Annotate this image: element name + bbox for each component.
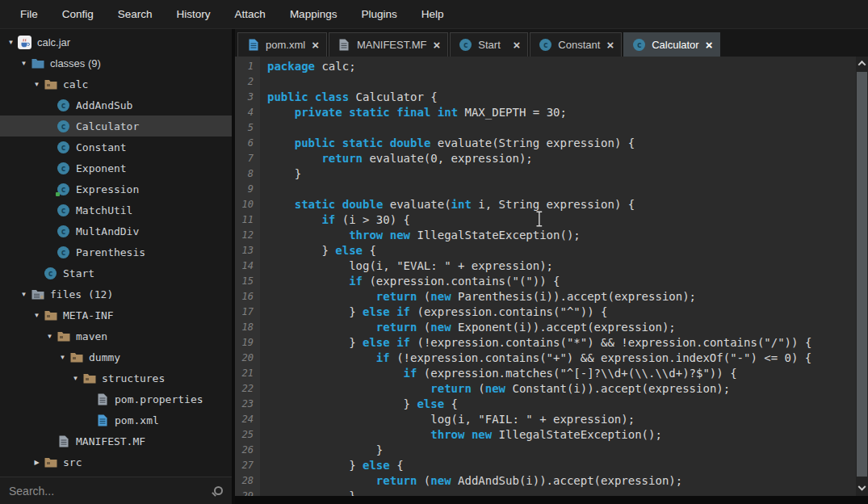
tree-item-exponent[interactable]: cExponent [0,158,232,178]
code-token: } [267,459,363,472]
tree-item-files-12[interactable]: ▼ files (12) [0,284,232,304]
expander-down-icon[interactable]: ▼ [31,312,43,319]
tree-item-classes-9[interactable]: ▼classes (9) [0,52,232,74]
expander-down-icon[interactable]: ▼ [5,39,17,46]
scroll-down-button[interactable] [856,483,868,495]
code-line: 28 return (new AddAndSub(i)).accept(expr… [235,473,856,489]
source-text: } else if (!expression.contains("*") && … [260,335,811,351]
code-token [267,351,376,364]
tree-item-calc-jar[interactable]: ▼ calc.jar [0,32,232,52]
menu-history[interactable]: History [165,0,223,28]
tree-search-input[interactable] [9,485,214,498]
code-token: evaluate(String expression) { [430,136,635,149]
tree-item-expression[interactable]: cExpression [0,178,232,200]
code-area[interactable]: 1package calc;23public class Calculator … [235,57,856,496]
folder-classes-icon [30,56,45,70]
code-token [342,106,349,119]
expander-right-icon[interactable]: ▶ [31,459,43,466]
menu-plugins[interactable]: Plugins [349,0,409,28]
menu-help[interactable]: Help [409,0,456,28]
tree-item-label: MatchUtil [76,204,132,216]
tree-item-calculator[interactable]: cCalculator [0,116,232,136]
source-text [260,182,267,197]
class-icon: c [56,203,71,217]
keyword-token: new [430,321,451,334]
code-line: 10 static double evaluate(int i, String … [235,197,856,212]
code-line: 3public class Calculator { [235,90,856,105]
scroll-up-button[interactable] [856,57,868,69]
tab-close-icon[interactable]: × [312,39,319,51]
tab-manifest-mf[interactable]: MANIFEST.MF× [329,32,448,57]
menu-mappings[interactable]: Mappings [278,0,350,28]
line-number: 18 [235,320,260,335]
tab-label: pom.xml [266,39,305,51]
tree-item-pom-xml[interactable]: pom.xml [0,410,232,430]
source-text [260,74,267,90]
tab-calculator[interactable]: cCalculator× [623,32,720,57]
tree-item-manifest-mf[interactable]: MANIFEST.MF [0,430,232,452]
tree-item-label: calc.jar [37,36,70,48]
keyword-token: new [472,428,492,441]
tree-item-multanddiv[interactable]: cMultAndDiv [0,220,232,242]
code-token: evaluate( [383,198,451,211]
expander-down-icon[interactable]: ▼ [44,333,56,340]
menu-config[interactable]: Config [50,0,106,28]
tree-item-maven[interactable]: ▼maven [0,326,232,346]
source-text: return (new Parenthesis(i)).accept(expre… [260,289,696,304]
expander-down-icon[interactable]: ▼ [18,291,30,298]
tree-item-parenthesis[interactable]: cParenthesis [0,242,232,262]
tree-item-src[interactable]: ▶src [0,452,232,472]
expander-down-icon[interactable]: ▼ [31,81,43,88]
code-token: ( [417,290,430,303]
keyword-token: new [430,290,451,303]
tab-start[interactable]: cStart× [450,32,528,57]
code-editor[interactable]: 1package calc;23public class Calculator … [235,57,868,496]
keyword-token: if [376,351,390,364]
keyword-token: if [404,367,417,380]
code-token: MAX_DEPTH = 30; [458,106,567,119]
expander-down-icon[interactable]: ▼ [18,60,30,67]
tab-close-icon[interactable]: × [434,39,441,51]
keyword-token: return [430,382,472,395]
tree-item-dummy[interactable]: ▼dummy [0,346,232,368]
tree-item-pom-properties[interactable]: pom.properties [0,388,232,410]
tab-constant[interactable]: cConstant× [530,32,622,57]
tab-close-icon[interactable]: × [706,39,713,51]
code-token: } [267,443,383,456]
recaf-window: FileConfigSearchHistoryAttachMappingsPlu… [0,0,868,504]
tree-item-constant[interactable]: cConstant [0,136,232,158]
file-gray-icon [56,434,71,448]
tree-item-calc[interactable]: ▼calc [0,74,232,94]
menu-attach[interactable]: Attach [223,0,278,28]
code-token [390,336,396,349]
vertical-scrollbar-thumb[interactable] [857,72,867,477]
menu-search[interactable]: Search [106,0,165,28]
tree-item-addandsub[interactable]: cAddAndSub [0,94,232,116]
vertical-scrollbar[interactable] [856,57,868,496]
line-number: 28 [235,473,260,489]
expander-down-icon[interactable]: ▼ [57,354,69,361]
editor-column: pom.xml×MANIFEST.MF×cStart×cConstant×cCa… [235,29,868,504]
code-token: } [267,167,301,180]
code-line: 24 log(i, "FAIL: " + expression); [235,412,856,427]
horizontal-scrollbar[interactable] [235,496,868,504]
source-text: if (!expression.contains("+") && express… [260,351,811,366]
code-token [267,382,430,395]
tree-item-meta-inf[interactable]: ▼META-INF [0,304,232,326]
expander-down-icon[interactable]: ▼ [69,375,82,382]
keyword-token: else [363,336,390,349]
line-number: 17 [235,304,260,320]
tree-item-label: MultAndDiv [76,225,139,237]
keyword-token: public [267,90,308,103]
tab-pom-xml[interactable]: pom.xml× [237,32,327,57]
line-number: 26 [235,443,260,458]
menu-file[interactable]: File [8,0,50,28]
tab-close-icon[interactable]: × [514,39,521,51]
tree-item-matchutil[interactable]: cMatchUtil [0,200,232,220]
tree-item-structures[interactable]: ▼structures [0,368,232,388]
class-icon: c [538,38,553,52]
tree-item-label: Exponent [76,162,127,174]
tree-item-start[interactable]: cStart [0,262,232,284]
code-token: ( [417,321,430,334]
tab-close-icon[interactable]: × [606,39,614,51]
